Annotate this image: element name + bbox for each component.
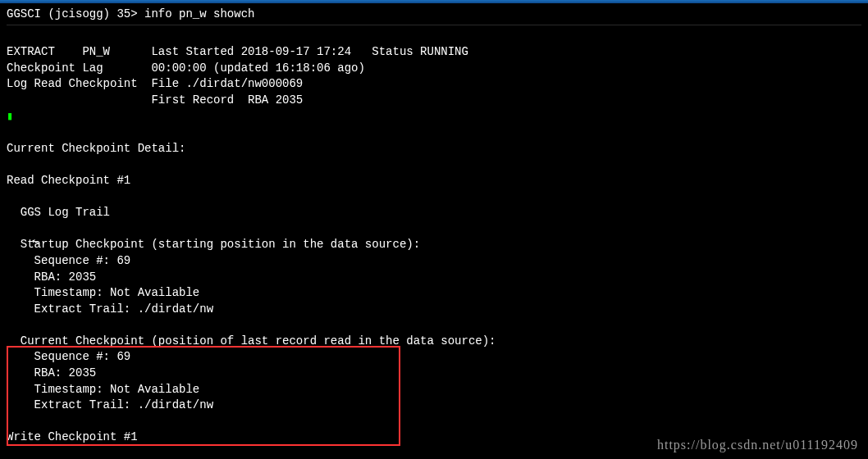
startup-sequence: Sequence #: 69: [7, 253, 861, 270]
current-extract-trail: Extract Trail: ./dirdat/nw: [7, 398, 861, 414]
ggs-log-trail: GGS Log Trail: [7, 205, 861, 221]
checkpoint-detail-title: Current Checkpoint Detail:: [7, 141, 861, 157]
startup-rba: RBA: 2035: [7, 270, 861, 286]
blank-line: [7, 221, 861, 238]
blank-line: [7, 29, 861, 45]
blank-line: [7, 414, 861, 430]
blank-line: [7, 157, 861, 173]
startup-extract-trail: Extract Trail: ./dirdat/nw: [7, 302, 861, 318]
startup-checkpoint-title: Startup Checkpoint (starting position in…: [7, 237, 861, 253]
startup-timestamp: Timestamp: Not Available: [7, 285, 861, 302]
blank-line: [7, 125, 861, 141]
watermark-text: https://blog.csdn.net/u011192409: [657, 436, 858, 454]
blank-line: [7, 189, 861, 206]
cursor-indicator: ▮: [7, 109, 861, 125]
first-record: First Record RBA 2035: [7, 93, 861, 109]
checkpoint-lag: Checkpoint Lag 00:00:00 (updated 16:18:0…: [7, 61, 861, 77]
read-checkpoint-title: Read Checkpoint #1: [7, 173, 861, 189]
current-timestamp: Timestamp: Not Available: [7, 382, 861, 398]
terminal-content[interactable]: GGSCI (jcisogg) 35> info pn_w showch EXT…: [0, 3, 868, 459]
current-checkpoint-title: Current Checkpoint (position of last rec…: [7, 334, 861, 350]
current-sequence: Sequence #: 69: [7, 349, 861, 366]
blank-line: [7, 317, 861, 334]
extract-status: EXTRACT PN_W Last Started 2018-09-17 17:…: [7, 44, 861, 61]
log-read-checkpoint: Log Read Checkpoint File ./dirdat/nw0000…: [7, 76, 861, 93]
current-rba: RBA: 2035: [7, 366, 861, 382]
command-prompt: GGSCI (jcisogg) 35> info pn_w showch: [7, 7, 861, 25]
